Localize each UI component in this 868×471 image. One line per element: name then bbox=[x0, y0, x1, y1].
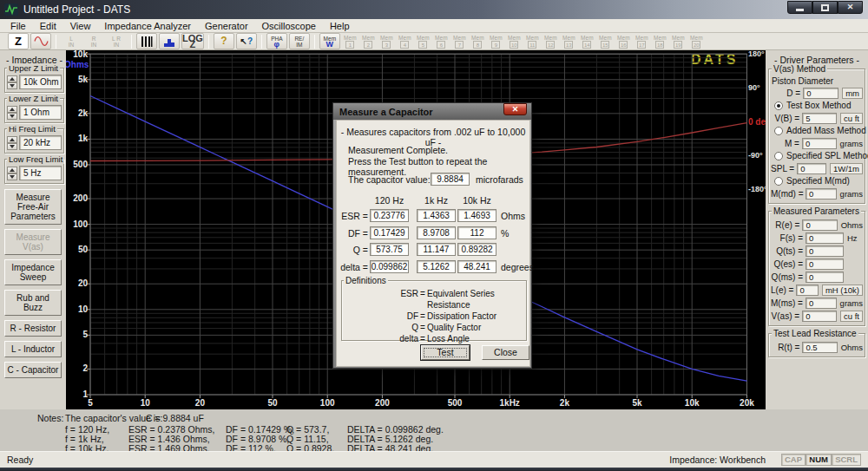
spin-down-button[interactable] bbox=[7, 143, 17, 150]
dialog-title-bar[interactable]: Measure a Capacitor bbox=[333, 103, 531, 120]
measurement-value-field[interactable]: 8.9708 bbox=[417, 226, 456, 239]
menu-view[interactable]: View bbox=[63, 20, 98, 32]
spl-field[interactable]: 0 bbox=[797, 163, 826, 174]
test-box-method-radio-label: Test Box Method bbox=[786, 101, 851, 110]
memory-slot-17-button[interactable]: Mem17 bbox=[634, 33, 650, 49]
memory-slot-20-button[interactable]: Mem20 bbox=[688, 33, 705, 49]
memory-slot-15-button[interactable]: Mem15 bbox=[597, 33, 614, 49]
help-button[interactable]: ? bbox=[214, 33, 234, 49]
memory-slot-16-button[interactable]: Mem16 bbox=[615, 33, 632, 49]
maximize-button[interactable] bbox=[812, 1, 838, 14]
memory-slot-5-button[interactable]: Mem5 bbox=[415, 33, 431, 49]
measurement-value-field[interactable]: 573.75 bbox=[370, 243, 409, 256]
context-help-button[interactable]: ↖? bbox=[236, 33, 257, 49]
close-dialog-button[interactable]: Close bbox=[482, 345, 529, 360]
log-z-button[interactable]: LOGZ bbox=[181, 33, 204, 49]
box-volume-field[interactable]: 5 bbox=[802, 113, 837, 124]
spin-down-button[interactable] bbox=[7, 113, 17, 120]
measurement-value-field[interactable]: 0.17429 bbox=[370, 226, 409, 239]
menu-file[interactable]: File bbox=[3, 20, 33, 32]
limit-value-field[interactable]: 5 Hz bbox=[19, 166, 62, 180]
sidebar-button-rub-and-buzz[interactable]: Rub and Buzz bbox=[4, 290, 62, 316]
sine-generator-button[interactable] bbox=[30, 33, 51, 49]
memory-slot-3-button[interactable]: Mem3 bbox=[378, 33, 395, 49]
menu-oscilloscope[interactable]: Oscilloscope bbox=[255, 20, 323, 32]
added-mass-method-radio[interactable]: Added Mass Method bbox=[771, 125, 863, 136]
memory-slot-4-button[interactable]: Mem4 bbox=[397, 33, 413, 49]
le-field[interactable]: 0 bbox=[796, 285, 819, 296]
specified-spl-method-radio[interactable]: Specified SPL Method bbox=[771, 150, 863, 161]
sidebar-button-measure-free-air-parameters[interactable]: Measure Free-Air Parameters bbox=[4, 189, 62, 225]
spin-up-button[interactable] bbox=[7, 136, 17, 143]
limit-value-field[interactable]: 10k Ohm bbox=[19, 75, 62, 89]
measurement-value-field[interactable]: 0.89282 bbox=[457, 243, 496, 256]
qts-field[interactable]: 0 bbox=[806, 245, 844, 257]
measurement-value-field[interactable]: 48.241 bbox=[457, 260, 496, 273]
title-bar[interactable]: Untitled Project - DATS ✕ bbox=[0, 0, 868, 19]
memory-slot-7-button[interactable]: Mem7 bbox=[451, 33, 468, 49]
spin-up-button[interactable] bbox=[7, 75, 17, 82]
minimize-button[interactable] bbox=[787, 1, 812, 14]
sidebar-button-c-capacitor[interactable]: C - Capacitor bbox=[4, 362, 62, 378]
added-mass-field[interactable]: 0 bbox=[802, 138, 837, 149]
measurement-value-field[interactable]: 11.147 bbox=[417, 243, 456, 256]
measurement-value-field[interactable]: 1.4693 bbox=[457, 209, 496, 222]
measurement-value-field[interactable]: 1.4363 bbox=[417, 209, 456, 222]
qes-field[interactable]: 0 bbox=[806, 258, 844, 270]
spin-down-button[interactable] bbox=[7, 173, 17, 180]
spin-down-icon bbox=[10, 84, 15, 90]
sidebar-button-l-inductor[interactable]: L - Inductor bbox=[4, 341, 62, 357]
menu-edit[interactable]: Edit bbox=[33, 20, 63, 32]
memory-slot-10-button[interactable]: Mem10 bbox=[506, 33, 523, 49]
memory-slot-2-button[interactable]: Mem2 bbox=[360, 33, 377, 49]
memory-slot-11-button[interactable]: Mem11 bbox=[524, 33, 541, 49]
spin-up-button[interactable] bbox=[7, 167, 17, 173]
sidebar-button-r-resistor[interactable]: R - Resistor bbox=[4, 320, 62, 337]
spin-down-button[interactable] bbox=[7, 82, 17, 89]
memory-slot-8-button[interactable]: Mem8 bbox=[470, 33, 486, 49]
memory-slot-18-button[interactable]: Mem18 bbox=[652, 33, 668, 49]
fs-field[interactable]: 0 bbox=[806, 232, 844, 244]
close-button[interactable]: ✕ bbox=[838, 1, 863, 14]
menu-impedance-analyzer[interactable]: Impedance Analyzer bbox=[97, 20, 198, 32]
memory-write-button[interactable]: MemW bbox=[319, 33, 340, 49]
test-box-method-radio[interactable]: Test Box Method bbox=[771, 100, 863, 111]
dialog-close-button[interactable]: ✕ bbox=[503, 103, 527, 115]
measurement-value-field[interactable]: 0.23776 bbox=[370, 209, 409, 222]
limit-value-field[interactable]: 1 Ohm bbox=[19, 105, 62, 120]
capacitor-value-field[interactable]: 9.8884 bbox=[431, 173, 470, 186]
impedance-z-button[interactable]: Z bbox=[8, 33, 29, 49]
qms-field[interactable]: 0 bbox=[806, 271, 844, 283]
memory-slot-13-button[interactable]: Mem13 bbox=[561, 33, 577, 49]
re-im-button[interactable]: RE/IM bbox=[289, 33, 310, 49]
sidebar-button-impedance-sweep[interactable]: Impedance Sweep bbox=[4, 259, 62, 285]
specified-mmd-radio[interactable]: Specified M(md) bbox=[771, 175, 863, 186]
measurement-status: Measurement Complete. bbox=[348, 145, 448, 155]
limit-value-field[interactable]: 20 kHz bbox=[19, 135, 62, 150]
memory-slot-12-button[interactable]: Mem12 bbox=[542, 33, 559, 49]
memory-slot-1-button[interactable]: Mem1 bbox=[342, 33, 358, 49]
test-button[interactable]: Test bbox=[421, 345, 470, 360]
memory-slot-6-button[interactable]: Mem6 bbox=[433, 33, 450, 49]
phase-button[interactable]: PHAφ bbox=[266, 33, 287, 49]
memory-slot-label: Mem bbox=[471, 35, 483, 41]
spl-row: SPL =01W/1m bbox=[771, 162, 863, 174]
mms-field[interactable]: 0 bbox=[806, 298, 837, 309]
vas-field[interactable]: 0 bbox=[802, 311, 837, 322]
measurement-value-field[interactable]: 112 bbox=[457, 226, 496, 239]
menu-generator[interactable]: Generator bbox=[198, 20, 255, 32]
memory-slot-14-button[interactable]: Mem14 bbox=[579, 33, 595, 49]
memory-slot-9-button[interactable]: Mem9 bbox=[488, 33, 504, 49]
spin-up-button[interactable] bbox=[7, 106, 17, 113]
menu-help[interactable]: Help bbox=[323, 20, 357, 32]
memory-slot-19-button[interactable]: Mem19 bbox=[670, 33, 687, 49]
mmd-field[interactable]: 0 bbox=[806, 188, 837, 200]
histogram-button[interactable] bbox=[159, 33, 180, 49]
re-field[interactable]: 0 bbox=[802, 219, 837, 231]
spectrum-bars-button[interactable] bbox=[136, 33, 157, 49]
rt-field[interactable]: 0.5 bbox=[802, 342, 837, 353]
memory-write-label-bottom: W bbox=[326, 42, 334, 48]
measurement-value-field[interactable]: 5.1262 bbox=[417, 260, 456, 273]
measurement-value-field[interactable]: 0.099862 bbox=[370, 260, 409, 273]
piston-diameter-field[interactable]: 0 bbox=[803, 88, 838, 99]
